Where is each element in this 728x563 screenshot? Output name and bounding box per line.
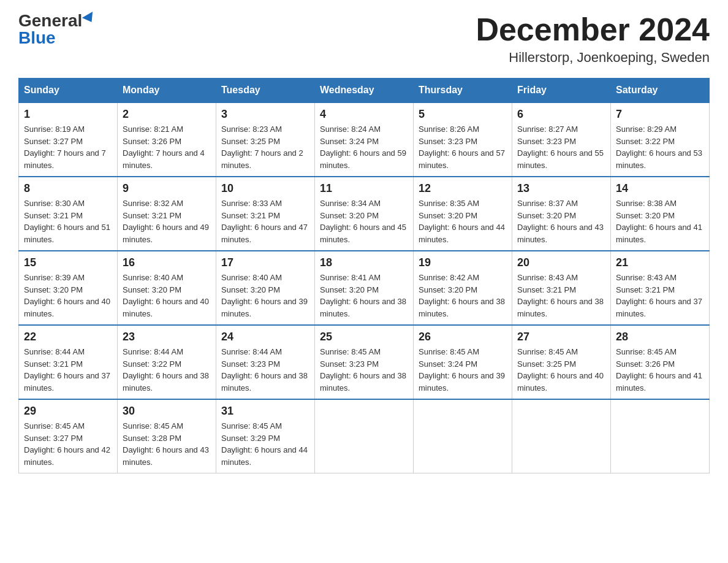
calendar-cell: 3 Sunrise: 8:23 AMSunset: 3:25 PMDayligh… <box>216 102 315 177</box>
header-tuesday: Tuesday <box>216 79 315 103</box>
day-info: Sunrise: 8:44 AMSunset: 3:23 PMDaylight:… <box>221 347 308 393</box>
title-block: December 2024 Hillerstorp, Joenkoeping, … <box>476 12 710 66</box>
header-wednesday: Wednesday <box>315 79 414 103</box>
calendar-cell: 4 Sunrise: 8:24 AMSunset: 3:24 PMDayligh… <box>315 102 414 177</box>
day-number: 3 <box>221 108 309 121</box>
calendar-cell: 17 Sunrise: 8:40 AMSunset: 3:20 PMDaylig… <box>216 251 315 325</box>
day-info: Sunrise: 8:27 AMSunset: 3:23 PMDaylight:… <box>517 124 604 170</box>
day-info: Sunrise: 8:35 AMSunset: 3:20 PMDaylight:… <box>419 199 505 244</box>
day-number: 13 <box>517 182 605 195</box>
location-title: Hillerstorp, Joenkoeping, Sweden <box>476 50 710 66</box>
day-info: Sunrise: 8:19 AMSunset: 3:27 PMDaylight:… <box>24 124 106 170</box>
day-info: Sunrise: 8:37 AMSunset: 3:20 PMDaylight:… <box>517 199 604 244</box>
calendar-cell: 23 Sunrise: 8:44 AMSunset: 3:22 PMDaylig… <box>118 325 216 399</box>
day-info: Sunrise: 8:30 AMSunset: 3:21 PMDaylight:… <box>24 199 110 244</box>
day-number: 28 <box>616 331 704 343</box>
header-sunday: Sunday <box>19 79 118 103</box>
day-info: Sunrise: 8:38 AMSunset: 3:20 PMDaylight:… <box>616 199 702 244</box>
day-info: Sunrise: 8:45 AMSunset: 3:25 PMDaylight:… <box>517 347 604 393</box>
day-number: 15 <box>24 256 112 269</box>
calendar-cell: 1 Sunrise: 8:19 AMSunset: 3:27 PMDayligh… <box>19 102 118 177</box>
calendar-week-row: 1 Sunrise: 8:19 AMSunset: 3:27 PMDayligh… <box>19 102 710 177</box>
day-info: Sunrise: 8:29 AMSunset: 3:22 PMDaylight:… <box>616 124 702 170</box>
day-number: 27 <box>517 331 605 343</box>
calendar-cell: 22 Sunrise: 8:44 AMSunset: 3:21 PMDaylig… <box>19 325 118 399</box>
calendar-cell: 30 Sunrise: 8:45 AMSunset: 3:28 PMDaylig… <box>118 399 216 473</box>
day-info: Sunrise: 8:45 AMSunset: 3:23 PMDaylight:… <box>320 347 406 393</box>
calendar-cell: 19 Sunrise: 8:42 AMSunset: 3:20 PMDaylig… <box>414 251 512 325</box>
day-number: 17 <box>221 256 309 269</box>
day-number: 5 <box>419 108 507 121</box>
header-thursday: Thursday <box>414 79 512 103</box>
day-info: Sunrise: 8:34 AMSunset: 3:20 PMDaylight:… <box>320 199 406 244</box>
calendar-cell: 12 Sunrise: 8:35 AMSunset: 3:20 PMDaylig… <box>414 177 512 251</box>
day-number: 20 <box>517 256 605 269</box>
calendar-cell: 25 Sunrise: 8:45 AMSunset: 3:23 PMDaylig… <box>315 325 414 399</box>
day-number: 16 <box>123 256 211 269</box>
day-number: 12 <box>419 182 507 195</box>
calendar-week-row: 22 Sunrise: 8:44 AMSunset: 3:21 PMDaylig… <box>19 325 710 399</box>
calendar-header-row: SundayMondayTuesdayWednesdayThursdayFrid… <box>19 79 710 103</box>
calendar-cell: 24 Sunrise: 8:44 AMSunset: 3:23 PMDaylig… <box>216 325 315 399</box>
calendar-week-row: 15 Sunrise: 8:39 AMSunset: 3:20 PMDaylig… <box>19 251 710 325</box>
day-info: Sunrise: 8:41 AMSunset: 3:20 PMDaylight:… <box>320 273 406 318</box>
calendar-cell: 27 Sunrise: 8:45 AMSunset: 3:25 PMDaylig… <box>512 325 611 399</box>
calendar-cell: 6 Sunrise: 8:27 AMSunset: 3:23 PMDayligh… <box>512 102 611 177</box>
day-number: 8 <box>24 182 112 195</box>
day-number: 25 <box>320 331 408 343</box>
calendar-cell: 10 Sunrise: 8:33 AMSunset: 3:21 PMDaylig… <box>216 177 315 251</box>
day-number: 7 <box>616 108 704 121</box>
day-number: 24 <box>221 331 309 343</box>
header-friday: Friday <box>512 79 611 103</box>
logo-general-text: General <box>18 12 82 29</box>
calendar-cell: 28 Sunrise: 8:45 AMSunset: 3:26 PMDaylig… <box>611 325 710 399</box>
calendar-cell <box>315 399 414 473</box>
calendar-cell: 14 Sunrise: 8:38 AMSunset: 3:20 PMDaylig… <box>611 177 710 251</box>
logo: General Blue <box>18 12 96 47</box>
calendar-cell: 15 Sunrise: 8:39 AMSunset: 3:20 PMDaylig… <box>19 251 118 325</box>
day-number: 14 <box>616 182 704 195</box>
calendar-cell: 16 Sunrise: 8:40 AMSunset: 3:20 PMDaylig… <box>118 251 216 325</box>
day-number: 2 <box>123 108 211 121</box>
day-number: 4 <box>320 108 408 121</box>
day-info: Sunrise: 8:42 AMSunset: 3:20 PMDaylight:… <box>419 273 505 318</box>
day-info: Sunrise: 8:45 AMSunset: 3:26 PMDaylight:… <box>616 347 702 393</box>
day-number: 19 <box>419 256 507 269</box>
day-info: Sunrise: 8:40 AMSunset: 3:20 PMDaylight:… <box>123 273 209 318</box>
day-info: Sunrise: 8:23 AMSunset: 3:25 PMDaylight:… <box>221 124 303 170</box>
calendar-cell: 13 Sunrise: 8:37 AMSunset: 3:20 PMDaylig… <box>512 177 611 251</box>
day-number: 30 <box>123 405 211 418</box>
calendar-cell <box>414 399 512 473</box>
calendar-cell: 7 Sunrise: 8:29 AMSunset: 3:22 PMDayligh… <box>611 102 710 177</box>
calendar-cell: 11 Sunrise: 8:34 AMSunset: 3:20 PMDaylig… <box>315 177 414 251</box>
day-info: Sunrise: 8:45 AMSunset: 3:27 PMDaylight:… <box>24 421 110 467</box>
day-info: Sunrise: 8:43 AMSunset: 3:21 PMDaylight:… <box>616 273 702 318</box>
day-info: Sunrise: 8:45 AMSunset: 3:29 PMDaylight:… <box>221 421 308 467</box>
day-number: 6 <box>517 108 605 121</box>
calendar-cell: 29 Sunrise: 8:45 AMSunset: 3:27 PMDaylig… <box>19 399 118 473</box>
day-info: Sunrise: 8:44 AMSunset: 3:22 PMDaylight:… <box>123 347 209 393</box>
calendar-cell: 26 Sunrise: 8:45 AMSunset: 3:24 PMDaylig… <box>414 325 512 399</box>
calendar-cell: 20 Sunrise: 8:43 AMSunset: 3:21 PMDaylig… <box>512 251 611 325</box>
calendar-cell: 21 Sunrise: 8:43 AMSunset: 3:21 PMDaylig… <box>611 251 710 325</box>
day-info: Sunrise: 8:43 AMSunset: 3:21 PMDaylight:… <box>517 273 604 318</box>
calendar-cell: 8 Sunrise: 8:30 AMSunset: 3:21 PMDayligh… <box>19 177 118 251</box>
calendar-cell: 5 Sunrise: 8:26 AMSunset: 3:23 PMDayligh… <box>414 102 512 177</box>
header-monday: Monday <box>118 79 216 103</box>
header-saturday: Saturday <box>611 79 710 103</box>
calendar-cell: 9 Sunrise: 8:32 AMSunset: 3:21 PMDayligh… <box>118 177 216 251</box>
day-info: Sunrise: 8:26 AMSunset: 3:23 PMDaylight:… <box>419 124 505 170</box>
calendar-week-row: 8 Sunrise: 8:30 AMSunset: 3:21 PMDayligh… <box>19 177 710 251</box>
day-info: Sunrise: 8:33 AMSunset: 3:21 PMDaylight:… <box>221 199 308 244</box>
calendar-cell: 18 Sunrise: 8:41 AMSunset: 3:20 PMDaylig… <box>315 251 414 325</box>
day-info: Sunrise: 8:24 AMSunset: 3:24 PMDaylight:… <box>320 124 406 170</box>
day-number: 23 <box>123 331 211 343</box>
day-number: 22 <box>24 331 112 343</box>
calendar-table: SundayMondayTuesdayWednesdayThursdayFrid… <box>18 78 710 473</box>
day-info: Sunrise: 8:32 AMSunset: 3:21 PMDaylight:… <box>123 199 209 244</box>
month-title: December 2024 <box>476 12 710 47</box>
day-info: Sunrise: 8:45 AMSunset: 3:28 PMDaylight:… <box>123 421 209 467</box>
logo-arrow-icon <box>82 12 97 25</box>
day-number: 26 <box>419 331 507 343</box>
day-number: 21 <box>616 256 704 269</box>
